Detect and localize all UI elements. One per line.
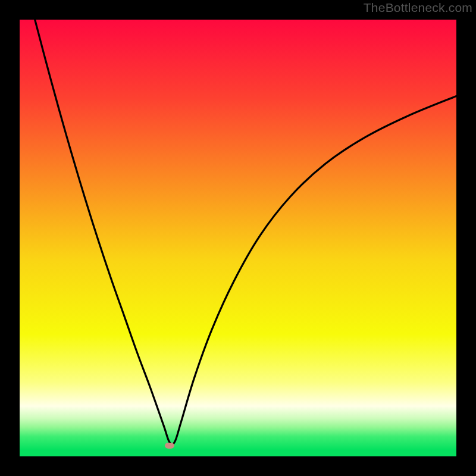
optimal-point-marker xyxy=(165,443,174,449)
chart-frame: TheBottleneck.com xyxy=(0,0,476,476)
watermark-text: TheBottleneck.com xyxy=(364,1,472,15)
plot-area xyxy=(20,20,456,456)
bottleneck-curve xyxy=(20,20,456,456)
